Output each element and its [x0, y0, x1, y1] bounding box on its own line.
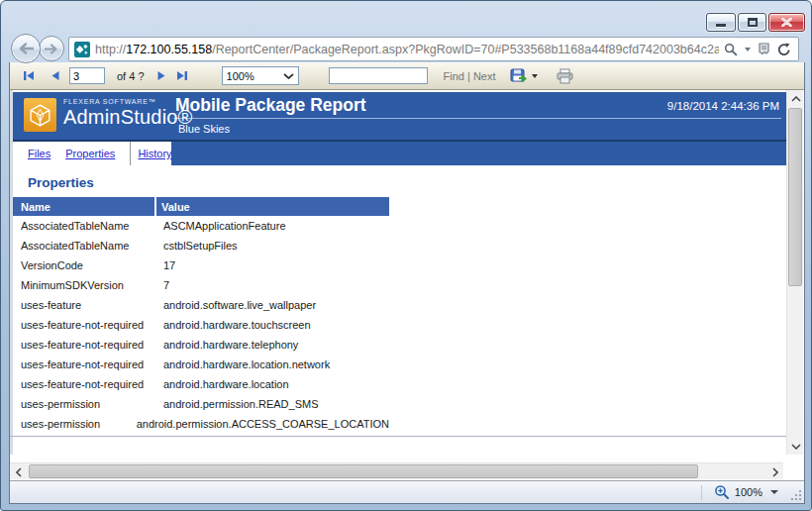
chevron-down-icon	[791, 444, 801, 450]
cube-icon	[28, 103, 52, 128]
zoom-magnifier-icon	[714, 484, 730, 500]
vertical-scrollbar[interactable]	[786, 90, 803, 455]
vertical-scrollbar-thumb[interactable]	[788, 108, 802, 286]
horizontal-scrollbar[interactable]	[10, 462, 783, 479]
property-value-cell: android.permission.READ_SMS	[158, 398, 389, 410]
property-name-cell: uses-feature-not-required	[13, 319, 158, 331]
table-row: uses-feature-not-required android.hardwa…	[13, 335, 389, 355]
table-row: MinimumSDKVersion 7	[13, 275, 389, 295]
status-separator	[701, 485, 702, 500]
zoom-select[interactable]: 100%	[222, 66, 299, 85]
status-zoom-level[interactable]: 100%	[735, 486, 762, 498]
property-value-cell: cstblSetupFiles	[158, 240, 389, 252]
site-favicon	[74, 42, 90, 57]
scroll-down-button[interactable]	[787, 438, 804, 455]
maximize-icon	[748, 18, 758, 27]
address-bar[interactable]: http://172.100.55.158/ReportCenter/Packa…	[68, 37, 799, 61]
search-dropdown-icon[interactable]	[745, 48, 751, 51]
first-page-button[interactable]	[23, 70, 35, 81]
report-toolbar: of 4 ? 100% Find | Next	[10, 62, 804, 90]
last-page-icon	[176, 70, 188, 81]
property-value-cell: android.hardware.location.network	[158, 358, 389, 370]
table-row: uses-feature-not-required android.hardwa…	[13, 355, 389, 374]
property-name-cell: MinimumSDKVersion	[13, 279, 158, 291]
next-page-button[interactable]	[156, 70, 166, 81]
first-page-icon	[23, 70, 35, 81]
table-row: AssociatedTableName cstblSetupFiles	[13, 236, 389, 256]
scroll-right-button[interactable]	[766, 463, 783, 480]
properties-table: Name Value AssociatedTableName ASCMAppli…	[13, 197, 389, 434]
report-page-bottom-border	[10, 436, 786, 437]
table-row: uses-permission android.permission.ACCES…	[13, 414, 389, 434]
last-page-button[interactable]	[176, 70, 188, 81]
minimize-button[interactable]	[706, 13, 736, 32]
tab-bar: Files Properties History	[13, 142, 786, 165]
zoom-select-value: 100%	[227, 70, 254, 82]
find-link[interactable]: Find	[444, 70, 464, 82]
tab-history[interactable]: History	[138, 148, 171, 159]
search-icon[interactable]	[724, 43, 738, 56]
export-button[interactable]	[510, 68, 528, 84]
chevron-down-icon	[283, 73, 294, 79]
report-frame: FLEXERA SOFTWARE™ AdminStudio® Mobile Pa…	[10, 90, 786, 455]
forward-arrow-icon	[45, 44, 58, 54]
resize-grip[interactable]	[789, 488, 801, 500]
scroll-up-button[interactable]	[787, 90, 804, 107]
brand-block: FLEXERA SOFTWARE™ AdminStudio®	[63, 98, 193, 129]
zoom-dropdown-icon[interactable]	[770, 490, 778, 494]
table-row: AssociatedTableName ASCMApplicationFeatu…	[13, 216, 389, 236]
url-host: 172.100.55.158	[126, 43, 212, 56]
browser-window: http://172.100.55.158/ReportCenter/Packa…	[0, 0, 812, 511]
property-value-cell: 7	[158, 279, 389, 291]
next-link[interactable]: Next	[473, 70, 496, 82]
next-page-icon	[156, 70, 166, 81]
property-name-cell: uses-permission	[13, 418, 132, 430]
table-row: VersionCode 17	[13, 256, 389, 275]
column-header-value: Value	[156, 197, 389, 216]
property-name-cell: uses-feature	[13, 299, 158, 311]
section-heading: Properties	[28, 175, 786, 190]
compatibility-view-icon[interactable]	[758, 43, 770, 56]
property-value-cell: ASCMApplicationFeature	[158, 220, 389, 232]
adminstudio-logo	[24, 98, 56, 132]
close-icon	[781, 18, 792, 27]
report-subtitle: Blue Skies	[178, 123, 230, 135]
find-input[interactable]	[329, 67, 428, 84]
back-button[interactable]	[11, 34, 41, 63]
table-row: uses-feature-not-required android.hardwa…	[13, 374, 389, 394]
report-datetime: 9/18/2014 2:44:36 PM	[667, 100, 779, 112]
properties-table-body: AssociatedTableName ASCMApplicationFeatu…	[13, 216, 389, 434]
maximize-button[interactable]	[738, 13, 766, 32]
report-title: Mobile Package Report	[175, 95, 366, 116]
minimize-icon	[716, 24, 726, 27]
print-button[interactable]	[556, 68, 574, 84]
forward-button[interactable]	[39, 36, 64, 61]
chevron-left-icon	[16, 467, 22, 477]
property-value-cell: 17	[158, 259, 389, 271]
brand-top-label: FLEXERA SOFTWARE™	[63, 98, 193, 105]
address-bar-icons	[724, 43, 793, 56]
horizontal-scrollbar-thumb[interactable]	[29, 464, 698, 478]
scroll-left-button[interactable]	[10, 463, 27, 480]
property-name-cell: AssociatedTableName	[13, 220, 158, 232]
page-count-label: of 4 ?	[117, 70, 145, 82]
find-next-separator: |	[467, 70, 470, 82]
refresh-icon[interactable]	[777, 43, 791, 56]
header-divider	[173, 118, 781, 119]
find-next-links: Find | Next	[444, 70, 496, 82]
url-path: /ReportCenter/PackageReport.aspx?PkgRowI…	[212, 43, 719, 56]
previous-page-button[interactable]	[51, 70, 60, 81]
window-controls	[706, 13, 805, 32]
chevron-up-icon	[791, 96, 801, 102]
export-icon	[510, 68, 528, 84]
url-field[interactable]: http://172.100.55.158/ReportCenter/Packa…	[95, 43, 719, 56]
tab-strip: Files Properties History	[13, 142, 171, 165]
export-dropdown-icon[interactable]	[532, 74, 538, 78]
page-number-input[interactable]	[69, 67, 105, 84]
close-button[interactable]	[768, 13, 805, 32]
tab-properties[interactable]: Properties	[65, 148, 115, 159]
property-value-cell: android.software.live_wallpaper	[158, 299, 389, 311]
table-header-row: Name Value	[13, 197, 389, 216]
property-name-cell: uses-feature-not-required	[13, 339, 158, 351]
tab-files[interactable]: Files	[28, 148, 51, 159]
